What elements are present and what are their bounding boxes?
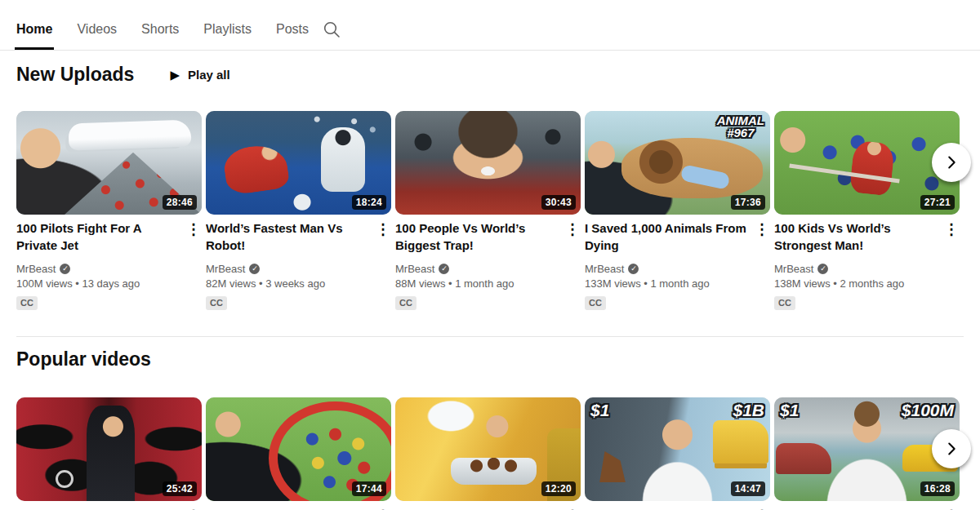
verified-badge-icon: ✓ xyxy=(60,264,70,274)
video-menu-button[interactable]: ⋮ xyxy=(754,506,770,510)
search-icon xyxy=(322,20,341,39)
video-text-column: I Saved 1,000 Animals From Dying MrBeast… xyxy=(585,220,747,310)
channel-name[interactable]: MrBeast xyxy=(395,263,434,275)
video-meta-row: 100 People Vs World’s Biggest Trap! MrBe… xyxy=(395,220,581,310)
channel-tab[interactable]: Videos xyxy=(77,8,117,50)
channel-tab[interactable]: Shorts xyxy=(141,8,179,50)
video-text-column: ✓ xyxy=(395,506,558,510)
scroll-right-button[interactable] xyxy=(932,429,971,468)
new-uploads-row-wrap: 28:46 100 Pilots Fight For A Private Jet… xyxy=(0,111,980,310)
tab-bar-items: Home Videos Shorts Playlists Posts xyxy=(16,8,309,50)
video-thumbnail[interactable]: 30:43 xyxy=(395,111,581,215)
channel-name[interactable]: MrBeast xyxy=(585,263,624,275)
video-text-column: 100 Kids Vs World’s Strongest Man! MrBea… xyxy=(774,220,937,310)
video-row: 28:46 100 Pilots Fight For A Private Jet… xyxy=(0,111,980,310)
thumbnail-overlay-text: $100M xyxy=(902,401,954,419)
channel-line[interactable]: MrBeast ✓ xyxy=(16,263,179,275)
channel-line[interactable]: MrBeast ✓ xyxy=(395,263,558,275)
verified-badge-icon: ✓ xyxy=(817,264,828,274)
video-card[interactable]: 14:47 $1$1B ✓ ⋮ xyxy=(585,397,770,510)
section-header-popular-videos: Popular videos xyxy=(0,347,980,371)
channel-tab[interactable]: Playlists xyxy=(203,8,252,50)
video-title[interactable]: World’s Fastest Man Vs Robot! xyxy=(206,220,368,254)
verified-badge-icon: ✓ xyxy=(439,264,449,274)
channel-line[interactable]: MrBeast ✓ xyxy=(774,263,937,275)
video-thumbnail[interactable]: 25:42 xyxy=(16,397,202,501)
video-menu-button[interactable]: ⋮ xyxy=(943,220,960,239)
video-title[interactable]: I Saved 1,000 Animals From Dying xyxy=(585,220,747,254)
video-menu-button[interactable]: ⋮ xyxy=(375,506,391,510)
video-card[interactable]: 17:36 ANIMAL#967 I Saved 1,000 Animals F… xyxy=(585,111,770,310)
channel-name[interactable]: MrBeast xyxy=(774,263,813,275)
channel-tab[interactable]: Home xyxy=(16,8,52,50)
channel-line[interactable]: MrBeast ✓ xyxy=(585,263,747,275)
video-title[interactable]: 100 People Vs World’s Biggest Trap! xyxy=(395,220,558,254)
video-text-column: ✓ xyxy=(585,506,747,510)
section-divider xyxy=(16,336,964,337)
video-menu-button[interactable]: ⋮ xyxy=(564,506,581,510)
video-views-and-age: 88M views • 1 month ago xyxy=(395,277,558,290)
video-meta-row: ✓ ⋮ xyxy=(585,506,770,510)
video-thumbnail[interactable]: 17:36 ANIMAL#967 xyxy=(585,111,770,215)
video-card[interactable]: 18:24 World’s Fastest Man Vs Robot! MrBe… xyxy=(206,111,391,310)
duration-badge: 25:42 xyxy=(163,481,197,496)
video-card[interactable]: 27:21 100 Kids Vs World’s Strongest Man!… xyxy=(774,111,960,310)
channel-tab[interactable]: Posts xyxy=(276,8,309,50)
video-views-and-age: 100M views • 13 days ago xyxy=(16,277,179,290)
video-thumbnail[interactable]: 28:46 xyxy=(16,111,202,215)
duration-badge: 28:46 xyxy=(163,195,197,210)
video-meta-row: World’s Fastest Man Vs Robot! MrBeast ✓ … xyxy=(206,220,391,310)
chevron-right-icon xyxy=(942,440,960,458)
duration-badge: 12:20 xyxy=(541,481,576,496)
play-all-label: Play all xyxy=(188,68,230,82)
video-thumbnail[interactable]: 17:44 xyxy=(206,397,391,501)
video-menu-button[interactable]: ⋮ xyxy=(185,220,202,239)
section-title: New Uploads xyxy=(16,62,134,86)
video-menu-button[interactable]: ⋮ xyxy=(943,506,960,510)
video-views-and-age: 138M views • 2 months ago xyxy=(774,277,937,290)
video-text-column: ✓ xyxy=(774,506,937,510)
video-title[interactable]: 100 Pilots Fight For A Private Jet xyxy=(16,220,179,254)
video-menu-button[interactable]: ⋮ xyxy=(754,220,770,239)
video-meta-row: 100 Kids Vs World’s Strongest Man! MrBea… xyxy=(774,220,960,310)
video-meta-row: ✓ ⋮ xyxy=(395,506,581,510)
video-meta-row: 100 Pilots Fight For A Private Jet MrBea… xyxy=(16,220,202,310)
cc-badge: CC xyxy=(585,296,606,310)
chevron-right-icon xyxy=(942,153,960,171)
cc-badge: CC xyxy=(774,296,795,310)
tab-label: Videos xyxy=(77,22,117,37)
channel-search-button[interactable] xyxy=(322,20,341,39)
video-title[interactable]: 100 Kids Vs World’s Strongest Man! xyxy=(774,220,937,254)
tab-label: Posts xyxy=(276,22,309,37)
play-icon: ▶ xyxy=(170,69,180,81)
video-card[interactable]: 17:44 ✓ ⋮ xyxy=(206,397,391,510)
section-header-new-uploads: New Uploads ▶ Play all xyxy=(0,62,980,86)
video-menu-button[interactable]: ⋮ xyxy=(375,220,391,239)
play-all-button[interactable]: ▶ Play all xyxy=(170,68,229,82)
video-thumbnail[interactable]: 12:20 xyxy=(395,397,581,501)
video-meta-row: I Saved 1,000 Animals From Dying MrBeast… xyxy=(585,220,770,310)
video-menu-button[interactable]: ⋮ xyxy=(185,506,202,510)
channel-name[interactable]: MrBeast xyxy=(206,263,245,275)
channel-name[interactable]: MrBeast xyxy=(16,263,56,275)
channel-line[interactable]: MrBeast ✓ xyxy=(206,263,368,275)
video-text-column: World’s Fastest Man Vs Robot! MrBeast ✓ … xyxy=(206,220,368,310)
video-meta-row: ✓ ⋮ xyxy=(774,506,960,510)
video-thumbnail[interactable]: 18:24 xyxy=(206,111,391,215)
tab-label: Playlists xyxy=(203,22,252,37)
video-card[interactable]: 12:20 ✓ ⋮ xyxy=(395,397,581,510)
scroll-right-button[interactable] xyxy=(932,143,971,182)
video-views-and-age: 82M views • 3 weeks ago xyxy=(206,277,368,290)
duration-badge: 14:47 xyxy=(731,481,765,496)
channel-tab-bar: Home Videos Shorts Playlists Posts xyxy=(0,8,980,51)
video-card[interactable]: 30:43 100 People Vs World’s Biggest Trap… xyxy=(395,111,581,310)
verified-badge-icon: ✓ xyxy=(628,264,639,274)
duration-badge: 30:43 xyxy=(541,195,576,210)
section-title: Popular videos xyxy=(16,347,151,371)
video-meta-row: ✓ ⋮ xyxy=(16,506,202,510)
tab-label: Home xyxy=(16,22,52,37)
video-card[interactable]: 28:46 100 Pilots Fight For A Private Jet… xyxy=(16,111,202,310)
video-card[interactable]: 25:42 ✓ ⋮ xyxy=(16,397,202,510)
video-menu-button[interactable]: ⋮ xyxy=(564,220,581,239)
video-thumbnail[interactable]: 14:47 $1$1B xyxy=(585,397,770,501)
